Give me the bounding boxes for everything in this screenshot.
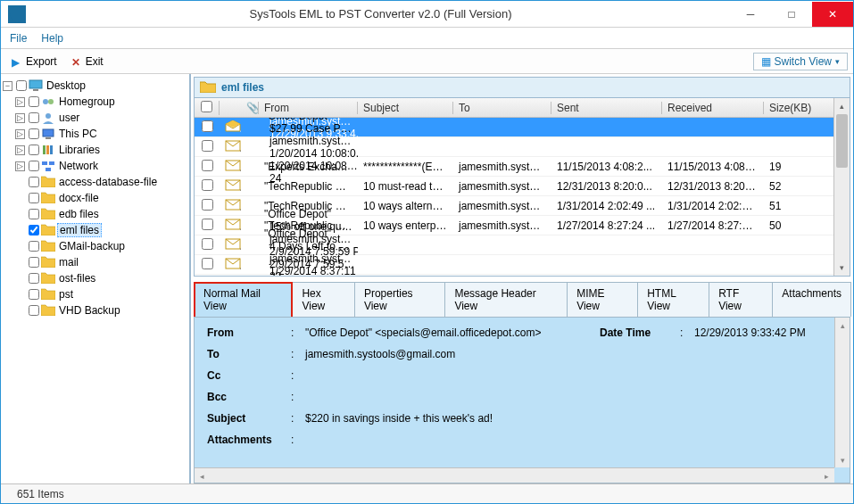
column-header[interactable]: Received (662, 102, 764, 114)
column-header[interactable]: To (453, 102, 551, 114)
tree-checkbox[interactable] (29, 161, 39, 171)
tree-item[interactable]: GMail-backup (15, 238, 187, 254)
net-icon (41, 160, 55, 172)
tree-item[interactable]: ▷user (15, 110, 187, 126)
tree-item[interactable]: ▷Homegroup (15, 94, 187, 110)
tree-item[interactable]: ▷Libraries (15, 142, 187, 158)
select-all-checkbox[interactable] (201, 101, 212, 112)
grid-scrollbar[interactable]: ▴ ▾ (833, 98, 850, 276)
maximize-button[interactable]: □ (771, 2, 812, 27)
tab-normal mail view[interactable]: Normal Mail View (194, 282, 293, 317)
switch-view-button[interactable]: ▦ Switch View ▾ (753, 53, 848, 70)
close-button[interactable]: ✕ (812, 2, 853, 27)
tree-root[interactable]: −Desktop (3, 78, 187, 94)
column-header[interactable]: Sent (551, 102, 662, 114)
tree-checkbox[interactable] (16, 80, 27, 91)
tree-item[interactable]: edb files (15, 206, 187, 222)
row-checkbox[interactable] (202, 238, 213, 250)
folder-icon (41, 192, 55, 204)
tab-message header view[interactable]: Message Header View (444, 282, 568, 317)
tab-properties view[interactable]: Properties View (354, 282, 446, 317)
tree-checkbox[interactable] (29, 257, 39, 268)
svg-rect-1 (33, 89, 38, 91)
cell-received: 12/31/2013 8:20:0... (662, 180, 764, 193)
exit-button[interactable]: ✕ Exit (66, 54, 109, 70)
from-label: From (207, 326, 291, 339)
from-value: "Office Depot" <specials@email.officedep… (305, 326, 600, 339)
column-header[interactable] (195, 101, 220, 115)
attachments-label: Attachments (207, 434, 291, 446)
row-checkbox[interactable] (202, 179, 213, 191)
tree-checkbox[interactable] (29, 145, 39, 155)
envelope-icon (225, 140, 239, 151)
column-header[interactable]: From (259, 102, 358, 114)
row-checkbox[interactable] (202, 199, 213, 211)
mail-row[interactable]: "Office Depot" $27.99 Case Paper... jame… (195, 137, 833, 157)
tree-checkbox[interactable] (29, 209, 39, 219)
svg-point-3 (48, 99, 54, 104)
cell-sent: 11/15/2013 4:08:2... (551, 161, 662, 173)
svg-rect-5 (43, 129, 54, 136)
envelope-icon (225, 120, 239, 131)
tree-checkbox[interactable] (29, 289, 39, 300)
tree-item[interactable]: ▷This PC (15, 126, 187, 142)
menu-file[interactable]: File (10, 32, 27, 45)
tab-attachments[interactable]: Attachments (772, 282, 851, 317)
to-value: jamesmith.systools@gmail.com (305, 348, 837, 360)
cell-received: 1/31/2014 2:02:49 ... (662, 200, 764, 212)
column-header[interactable]: Subject (358, 102, 453, 114)
tree-item[interactable]: eml files (15, 222, 187, 238)
tree-item[interactable]: ▷Network (15, 158, 187, 174)
scroll-thumb[interactable] (836, 114, 848, 168)
tree-item[interactable]: ost-files (15, 270, 187, 286)
cell-to: jamesmith.systool... (453, 200, 551, 212)
tree-checkbox[interactable] (29, 241, 39, 252)
folder-tree[interactable]: −Desktop▷Homegroup▷user▷This PC▷Librarie… (1, 74, 190, 483)
tree-item[interactable]: VHD Backup (15, 302, 187, 318)
datetime-value: 12/29/2013 9:33:42 PM (694, 326, 837, 339)
tree-checkbox[interactable] (29, 177, 39, 187)
tree-checkbox[interactable] (29, 305, 39, 316)
cell-to: jamesmith.systool... (264, 135, 358, 147)
tab-html view[interactable]: HTML View (637, 282, 709, 317)
row-checkbox[interactable] (202, 160, 213, 171)
cell-size: 51 (764, 200, 833, 212)
tree-checkbox[interactable] (29, 112, 39, 123)
row-checkbox[interactable] (202, 258, 213, 269)
row-checkbox[interactable] (202, 140, 213, 152)
svg-rect-8 (46, 145, 49, 154)
tree-checkbox[interactable] (29, 193, 39, 203)
panel-header: eml files (194, 77, 850, 98)
lib-icon (41, 144, 55, 156)
tree-checkbox[interactable] (29, 128, 39, 139)
tree-checkbox[interactable] (29, 225, 39, 235)
row-checkbox[interactable] (202, 120, 213, 132)
menu-help[interactable]: Help (41, 32, 63, 45)
detail-hscrollbar[interactable]: ◂▸ (195, 467, 834, 483)
mail-row[interactable]: "Office Depot" 4 Days Left to Buy... jam… (195, 255, 833, 275)
cell-received: 11/15/2013 4:08:2... (662, 161, 764, 173)
tree-item[interactable]: docx-file (15, 190, 187, 206)
scroll-up-icon[interactable]: ▴ (834, 98, 850, 114)
tree-item[interactable]: mail (15, 254, 187, 270)
tree-item[interactable]: access-database-file (15, 174, 187, 190)
column-header[interactable]: 📎 (241, 102, 259, 114)
user-icon (41, 112, 55, 124)
tree-checkbox[interactable] (29, 96, 39, 107)
cell-sent: 12/31/2013 8:20:0... (551, 180, 662, 193)
tab-mime view[interactable]: MIME View (567, 282, 638, 317)
tree-item[interactable]: pst (15, 286, 187, 302)
cell-sent: 1/29/2014 8:37:11 ... (264, 265, 358, 277)
window-title: SysTools EML to PST Converter v2.0 (Full… (31, 7, 730, 21)
export-button[interactable]: ▶ Export (6, 54, 62, 70)
tree-checkbox[interactable] (29, 273, 39, 284)
detail-vscrollbar[interactable]: ▴▾ (834, 318, 850, 467)
tab-rtf view[interactable]: RTF View (709, 282, 773, 317)
envelope-icon (225, 238, 239, 249)
column-header[interactable]: Size(KB) (764, 102, 833, 114)
minimize-button[interactable]: ─ (730, 2, 771, 27)
scroll-down-icon[interactable]: ▾ (834, 260, 850, 276)
mail-row[interactable]: "TechRepublic Dai... 10 must-read tech..… (195, 177, 833, 196)
tab-hex view[interactable]: Hex View (292, 282, 354, 317)
row-checkbox[interactable] (202, 219, 213, 230)
